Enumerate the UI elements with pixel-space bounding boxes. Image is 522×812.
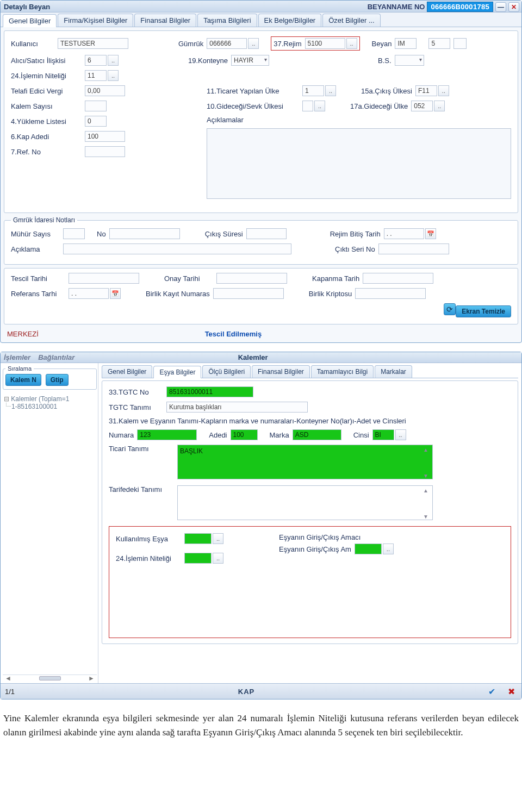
close-button[interactable]: ✕ xyxy=(508,2,519,12)
islem-nitelik-field[interactable] xyxy=(85,70,107,81)
gidecek-sevk-label: 10.Gideceği/Sevk Ülkesi xyxy=(207,102,299,110)
muhur-field[interactable] xyxy=(63,228,85,239)
beyan-extra-field[interactable] xyxy=(453,38,467,49)
footer-bar: 1/1 KAP ✔ ✖ xyxy=(1,683,521,699)
scroll-thumb[interactable] xyxy=(39,676,61,680)
tab2-markalar[interactable]: Markalar xyxy=(375,365,412,378)
kullanici-field[interactable] xyxy=(58,38,128,49)
birlik-kripto-label: Birlik Kriptosu xyxy=(309,290,352,298)
yuk-listesi-field[interactable] xyxy=(85,116,107,127)
kullanilmis-lookup[interactable]: .. xyxy=(213,533,223,544)
tab2-tamamlayici[interactable]: Tamamlayıcı Bilgi xyxy=(311,365,374,378)
kalem-sayisi-field[interactable] xyxy=(85,101,107,111)
ticari-tanim-textarea[interactable] xyxy=(177,445,433,479)
kap-adedi-field[interactable] xyxy=(85,131,125,142)
menu-baglantilar[interactable]: Bağlantılar xyxy=(38,353,74,361)
aciklama-field[interactable] xyxy=(63,243,291,254)
cikis-suresi-label: Çıkış Süresi xyxy=(205,230,243,238)
egca-field[interactable] xyxy=(355,544,382,554)
delete-icon[interactable]: ✖ xyxy=(505,686,517,697)
ticaret-ulke-lookup[interactable]: .. xyxy=(325,85,336,96)
esya-tabs: Genel Bilgiler Eşya Bilgiler Ölçü Bilgil… xyxy=(102,365,518,378)
birlik-kayit-field[interactable] xyxy=(213,288,284,299)
telafi-field[interactable] xyxy=(85,85,125,96)
islem-nitelik-lookup[interactable]: .. xyxy=(108,70,119,81)
ref-no-field[interactable] xyxy=(85,146,125,157)
alici-label: Alıcı/Satıcı İlişkisi xyxy=(11,57,82,65)
islem24-lookup[interactable]: .. xyxy=(213,553,223,564)
tgtc-tanim-field[interactable] xyxy=(166,402,308,413)
rejim-bitis-field[interactable] xyxy=(384,228,424,239)
no-field[interactable] xyxy=(109,228,180,239)
aciklamalar-textarea[interactable] xyxy=(207,128,511,199)
tab-ek-belge[interactable]: Ek Belge/Bilgiler xyxy=(258,14,322,27)
tarifedeki-textarea[interactable] xyxy=(177,485,433,520)
alici-lookup[interactable]: .. xyxy=(108,55,119,66)
confirm-icon[interactable]: ✔ xyxy=(486,686,498,697)
birlik-kripto-field[interactable] xyxy=(355,288,426,299)
bs-select[interactable] xyxy=(395,55,424,66)
gidecek-sevk-lookup[interactable]: .. xyxy=(314,101,325,111)
scroll-left-icon[interactable]: ◄ xyxy=(5,674,11,682)
gidecek-ulke-lookup[interactable]: .. xyxy=(434,101,445,111)
cinsi-field[interactable] xyxy=(372,429,394,440)
onay-field[interactable] xyxy=(216,273,287,284)
tescil-field[interactable] xyxy=(69,273,139,284)
cikis-suresi-field[interactable] xyxy=(246,228,287,239)
kapanma-field[interactable] xyxy=(363,273,433,284)
esya-panel: 33.TGTC No TGTC Tanımı 31.Kalem ve Eşyan… xyxy=(102,380,518,644)
tab2-genel[interactable]: Genel Bilgiler xyxy=(102,365,152,378)
red-highlight-area: Kullanılmış Eşya .. 24.İşlemin Niteliği … xyxy=(109,526,511,638)
minimize-button[interactable]: — xyxy=(495,2,506,12)
rejim-bitis-date-icon[interactable]: 📅 xyxy=(425,228,436,239)
tab2-esya[interactable]: Eşya Bilgiler xyxy=(153,366,201,378)
alici-field[interactable] xyxy=(85,55,107,66)
tab-finansal[interactable]: Finansal Bilgiler xyxy=(134,14,196,27)
cikis-ulkesi-field[interactable] xyxy=(415,85,437,96)
gidecek-ulke-field[interactable] xyxy=(411,101,433,111)
beyan-num-field[interactable] xyxy=(428,38,450,49)
islem24-field[interactable] xyxy=(184,553,212,564)
refresh-icon[interactable]: ⟳ xyxy=(444,303,456,315)
tgtc-no-field[interactable] xyxy=(166,386,253,397)
tab2-finansal[interactable]: Finansal Bilgiler xyxy=(252,365,310,378)
ticaret-ulke-field[interactable] xyxy=(302,85,324,96)
scroll-right-icon[interactable]: ► xyxy=(88,674,95,682)
no-label: No xyxy=(97,230,106,238)
yuk-listesi-label: 4.Yükleme Listesi xyxy=(11,117,82,126)
gumruk-lookup[interactable]: .. xyxy=(248,38,259,49)
tree-root[interactable]: Kalemler (Toplam=1 xyxy=(4,395,96,403)
rejim-field[interactable] xyxy=(305,38,345,49)
ref-tarih-date-icon[interactable]: 📅 xyxy=(110,288,121,299)
kalem-n-button[interactable]: Kalem N xyxy=(5,374,41,386)
tab-ozet[interactable]: Özet Bilgiler ... xyxy=(322,14,381,27)
gumruk-field[interactable] xyxy=(207,38,247,49)
konteyner-select[interactable]: HAYIR xyxy=(231,55,269,66)
tab2-olcu[interactable]: Ölçü Bilgileri xyxy=(202,365,251,378)
gtip-button[interactable]: Gtip xyxy=(46,374,69,386)
tab-tasima[interactable]: Taşıma Bilgileri xyxy=(197,14,257,27)
tree[interactable]: Kalemler (Toplam=1 1-85163100001 xyxy=(3,392,97,674)
numara-field[interactable] xyxy=(137,429,197,440)
cikis-ulkesi-lookup[interactable]: .. xyxy=(438,85,449,96)
adedi-field[interactable] xyxy=(231,429,258,440)
tab-genel-bilgiler[interactable]: Genel Bilgiler xyxy=(3,14,57,27)
ekran-temizle-button[interactable]: Ekran Temizle xyxy=(456,305,511,317)
ref-tarih-field[interactable] xyxy=(69,288,109,299)
rejim-lookup[interactable]: .. xyxy=(346,38,357,49)
egca-field-label: Eşyanın Giriş/Çıkış Am xyxy=(279,545,351,553)
cinsi-lookup[interactable]: .. xyxy=(395,429,406,440)
marka-field[interactable] xyxy=(293,429,341,440)
menu-islemler[interactable]: İşlemler xyxy=(4,353,30,361)
cikti-seri-field[interactable] xyxy=(378,243,449,254)
beyan-code-field[interactable] xyxy=(395,38,417,49)
tabs-top: Genel Bilgiler Firma/Kişisel Bilgiler Fi… xyxy=(1,13,521,27)
sidebar-scrollbar[interactable]: ◄ ► xyxy=(3,674,97,681)
tree-leaf[interactable]: 1-85163100001 xyxy=(11,403,96,410)
kullanilmis-field[interactable] xyxy=(184,533,212,544)
gidecek-sevk-field[interactable] xyxy=(302,101,313,111)
cikis-ulkesi-label: 15a.Çıkış Ülkesi xyxy=(361,87,412,95)
egca-lookup[interactable]: .. xyxy=(383,544,394,554)
kalem-sayisi-label: Kalem Sayısı xyxy=(11,102,82,110)
tab-firma-kisisel[interactable]: Firma/Kişisel Bilgiler xyxy=(58,14,133,27)
